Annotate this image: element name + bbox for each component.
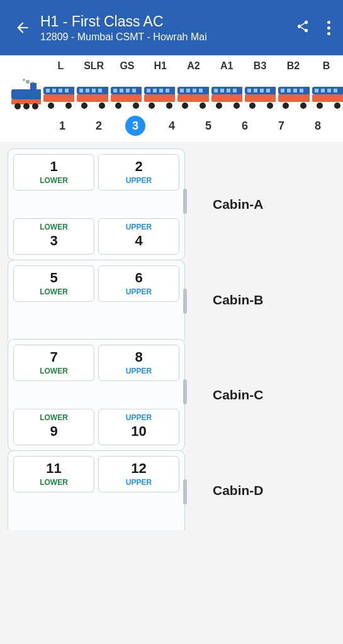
seat-type: UPPER (101, 287, 176, 296)
seat[interactable]: 10UPPER (98, 409, 179, 445)
svg-point-1 (26, 80, 30, 84)
seat[interactable]: 3LOWER (13, 218, 94, 255)
seat-type: UPPER (101, 367, 176, 375)
cabin-row: 7LOWER8UPPER9LOWER10UPPERCabin-C (8, 339, 335, 451)
coach-label[interactable]: SLR (77, 60, 111, 72)
seat[interactable]: 2UPPER (98, 154, 179, 191)
seat-type: LOWER (16, 223, 91, 231)
coach-label[interactable]: H1 (143, 60, 177, 72)
coach-label[interactable]: B3 (244, 60, 277, 72)
svg-rect-36 (159, 89, 163, 92)
cabin-name: Cabin-A (213, 197, 264, 212)
svg-point-64 (267, 103, 273, 109)
seat[interactable]: 5LOWER (13, 265, 94, 302)
svg-point-56 (233, 103, 240, 109)
svg-rect-18 (79, 89, 83, 92)
seat-number: 1 (16, 158, 91, 175)
svg-point-23 (81, 103, 87, 109)
more-options-button[interactable] (325, 18, 333, 38)
seat-number: 3 (16, 233, 91, 249)
seat[interactable]: 9LOWER (13, 409, 94, 445)
svg-point-80 (334, 103, 340, 109)
share-button[interactable] (296, 19, 310, 36)
svg-rect-75 (321, 89, 325, 92)
seat[interactable]: 8UPPER (98, 345, 179, 381)
share-icon (296, 19, 310, 33)
svg-point-7 (23, 103, 30, 109)
svg-rect-27 (120, 89, 123, 92)
svg-rect-21 (98, 89, 102, 92)
seat[interactable]: 11LOWER (13, 456, 94, 492)
svg-rect-54 (211, 94, 242, 102)
cabin-row: 1LOWER2UPPER3LOWER4UPPERCabin-A (8, 148, 335, 260)
page-number[interactable]: 6 (227, 116, 263, 136)
seat-type: LOWER (16, 367, 91, 375)
page-number[interactable]: 7 (263, 116, 300, 136)
page-number[interactable]: 1 (44, 116, 81, 136)
svg-rect-11 (52, 89, 56, 92)
coach-label[interactable]: L (44, 60, 77, 72)
seat-type: UPPER (101, 176, 176, 185)
page-number[interactable]: 3 (125, 116, 145, 136)
seat-number: 10 (101, 423, 176, 440)
svg-rect-34 (147, 89, 150, 92)
svg-point-39 (149, 103, 155, 109)
coach-label[interactable]: B (310, 60, 343, 72)
seat[interactable]: 12UPPER (98, 456, 179, 492)
coach-car-icon[interactable] (244, 86, 276, 109)
seat-number: 12 (101, 460, 176, 477)
coach-car-icon[interactable] (76, 86, 108, 109)
svg-point-48 (200, 103, 206, 109)
coach-label[interactable]: B2 (276, 60, 310, 72)
svg-rect-58 (247, 89, 251, 92)
coach-navigator: LSLRGSH1A2A1B3B2B 12345678 (0, 55, 343, 143)
seat[interactable]: 1LOWER (13, 154, 94, 191)
coach-label[interactable]: A1 (210, 60, 244, 72)
page-title: H1 - First Class AC (40, 13, 288, 30)
seat-number: 8 (101, 349, 176, 365)
seat[interactable]: 7LOWER (13, 345, 94, 381)
svg-point-6 (14, 103, 21, 109)
seat-layout: 1LOWER2UPPER3LOWER4UPPERCabin-A5LOWER6UP… (0, 143, 343, 638)
coach-label[interactable]: A2 (177, 60, 210, 72)
svg-point-16 (65, 103, 72, 109)
arrow-left-icon (14, 19, 31, 36)
header-actions (296, 18, 333, 38)
seat-type: LOWER (16, 478, 91, 487)
seat-number: 6 (101, 270, 176, 286)
seat[interactable]: 4UPPER (98, 218, 179, 255)
svg-point-15 (48, 103, 54, 109)
page-number[interactable]: 4 (154, 116, 190, 136)
svg-point-79 (317, 103, 323, 109)
seat-type: UPPER (101, 478, 176, 487)
coach-car-icon[interactable] (210, 86, 242, 109)
coach-label[interactable]: GS (111, 60, 144, 72)
svg-rect-3 (11, 89, 41, 99)
cabin-seats: 11LOWER12UPPER (8, 450, 185, 530)
page-number[interactable]: 2 (81, 116, 117, 136)
svg-point-32 (133, 103, 139, 109)
coach-car-icon[interactable] (311, 86, 343, 109)
svg-rect-13 (65, 89, 69, 92)
cabin-seats: 7LOWER8UPPER9LOWER10UPPER (8, 339, 185, 451)
svg-rect-30 (111, 94, 142, 102)
svg-rect-60 (260, 89, 264, 92)
page-numbers: 12345678 (0, 112, 343, 142)
coach-car-icon[interactable] (42, 86, 74, 109)
svg-rect-20 (92, 89, 96, 92)
svg-rect-67 (287, 89, 291, 92)
back-button[interactable] (10, 19, 35, 36)
seat[interactable]: 6UPPER (98, 265, 179, 302)
page-number[interactable]: 5 (190, 116, 227, 136)
coach-car-icon[interactable] (277, 86, 309, 109)
page-number[interactable]: 8 (300, 116, 336, 136)
cabin-seats: 1LOWER2UPPER3LOWER4UPPER (8, 148, 185, 260)
coach-car-icon[interactable] (176, 86, 208, 109)
coach-car-icon[interactable] (143, 86, 175, 109)
svg-rect-43 (186, 89, 190, 92)
svg-rect-28 (126, 89, 130, 92)
coach-car-icon[interactable] (110, 86, 142, 109)
svg-rect-46 (177, 94, 208, 102)
seat-number: 11 (16, 460, 91, 477)
svg-rect-59 (254, 89, 257, 92)
